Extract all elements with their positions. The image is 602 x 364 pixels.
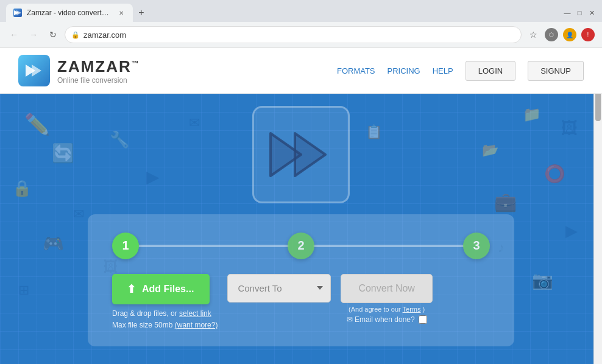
bookmark-button[interactable]: ☆ xyxy=(525,27,541,43)
menu-button[interactable]: ! xyxy=(580,27,596,43)
email-row: ✉ Email when done? xyxy=(347,315,427,324)
toolbar-icons: ☆ ⬡ 👤 ! xyxy=(525,27,596,43)
minimize-button[interactable]: — xyxy=(563,9,572,17)
convert-to-select[interactable]: Convert To xyxy=(227,274,331,303)
maximize-button[interactable]: □ xyxy=(575,9,584,17)
step-3-circle: 3 xyxy=(463,233,490,259)
bg-mail-icon: ✉ xyxy=(73,206,84,222)
step-line-1 xyxy=(138,245,289,247)
hero-section: ✏️ 🔄 🔒 🔧 ▶ ✉ 🎮 🖼 ⊞ 🖼 📁 📂 ⭕ 💼 ▶ ♪ 📷 ✉ 📋 xyxy=(0,94,602,364)
svg-marker-7 xyxy=(295,133,325,176)
page-content: ZAMZAR™ Online file conversion FORMATS P… xyxy=(0,48,602,364)
bg-play2-icon: ▶ xyxy=(565,222,578,240)
alert-icon: ! xyxy=(581,28,595,41)
bg-folder2-icon: 📂 xyxy=(482,142,498,158)
login-button[interactable]: LOGIN xyxy=(466,61,515,81)
address-bar[interactable]: 🔒 zamzar.com xyxy=(65,26,522,43)
tab-favicon xyxy=(13,9,22,17)
site-nav: ZAMZAR™ Online file conversion FORMATS P… xyxy=(0,48,602,94)
bg-pencil-icon: ✏️ xyxy=(24,112,50,136)
bg-briefcase-icon: 💼 xyxy=(494,191,517,212)
file-info: Drag & drop files, or select link Max fi… xyxy=(112,308,218,331)
site-tagline: Online file conversion xyxy=(57,76,140,85)
bg-circle-icon: ⭕ xyxy=(544,164,565,184)
browser-tab[interactable]: Zamzar - video converter, audio ✕ xyxy=(6,4,133,22)
bg-envelope-icon: ✉ xyxy=(189,115,200,131)
scrollbar-track[interactable] xyxy=(593,48,602,364)
bg-lock-icon: 🔒 xyxy=(12,179,32,198)
close-button[interactable]: ✕ xyxy=(587,9,596,17)
bg-wrench-icon: 🔧 xyxy=(110,130,129,149)
signup-button[interactable]: SIGNUP xyxy=(528,61,584,81)
step-1-circle: 1 xyxy=(112,233,139,259)
convert-now-button[interactable]: Convert Now xyxy=(341,274,432,303)
bg-play-icon: ▶ xyxy=(146,167,160,187)
title-bar: Zamzar - video converter, audio ✕ + — □ … xyxy=(0,0,602,22)
profile-icon: 👤 xyxy=(563,28,576,41)
bg-refresh-icon: 🔄 xyxy=(52,142,74,164)
extensions-button[interactable]: ⬡ xyxy=(544,27,559,43)
action-row: ⬆ Add Files... Drag & drop files, or sel… xyxy=(112,274,490,331)
logo-area: ZAMZAR™ Online file conversion xyxy=(18,55,140,86)
address-bar-row: ← → ↻ 🔒 zamzar.com ☆ ⬡ 👤 ! xyxy=(0,22,602,47)
bg-grid-icon: ⊞ xyxy=(18,282,29,298)
browser-chrome: Zamzar - video converter, audio ✕ + — □ … xyxy=(0,0,602,48)
window-controls: — □ ✕ xyxy=(563,9,596,17)
convert-to-col: Convert To xyxy=(227,274,331,303)
site-name: ZAMZAR™ xyxy=(57,57,140,76)
add-files-col: ⬆ Add Files... Drag & drop files, or sel… xyxy=(112,274,218,331)
email-checkbox[interactable] xyxy=(419,315,427,324)
extension-icon: ⬡ xyxy=(545,28,558,41)
svg-marker-3 xyxy=(32,65,41,77)
tab-close-button[interactable]: ✕ xyxy=(117,9,126,17)
bg-doc-icon: 📋 xyxy=(366,124,382,140)
tab-title: Zamzar - video converter, audio xyxy=(27,9,112,17)
center-arrows-svg xyxy=(264,124,338,185)
nav-links: FORMATS PRICING HELP LOGIN SIGNUP xyxy=(337,61,584,81)
logo-icon xyxy=(18,55,50,86)
bg-image2-icon: 🖼 xyxy=(561,118,578,138)
step-line-2 xyxy=(313,245,464,247)
logo-text: ZAMZAR™ Online file conversion xyxy=(57,57,140,85)
agree-text: (And agree to our Terms ) xyxy=(349,306,425,313)
nav-formats[interactable]: FORMATS xyxy=(337,66,375,75)
select-link[interactable]: select link xyxy=(179,309,211,318)
convert-now-col: Convert Now (And agree to our Terms ) ✉ … xyxy=(341,274,432,324)
new-tab-button[interactable]: + xyxy=(133,4,150,21)
forward-button[interactable]: → xyxy=(26,27,41,43)
add-files-button[interactable]: ⬆ Add Files... xyxy=(112,274,210,304)
terms-link[interactable]: Terms xyxy=(403,306,421,313)
lock-icon: 🔒 xyxy=(71,31,80,39)
bg-camera-icon: 📷 xyxy=(532,270,553,290)
center-logo xyxy=(252,106,350,203)
steps-row: 1 2 3 xyxy=(112,233,490,259)
url-text: zamzar.com xyxy=(83,30,515,40)
want-more-link[interactable]: (want more?) xyxy=(175,321,218,329)
refresh-button[interactable]: ↻ xyxy=(45,27,61,43)
upload-icon: ⬆ xyxy=(127,282,136,296)
profile-button[interactable]: 👤 xyxy=(562,27,578,43)
svg-marker-1 xyxy=(16,10,21,15)
conversion-widget: 1 2 3 ⬆ Add Files... xyxy=(88,214,514,346)
nav-help[interactable]: HELP xyxy=(433,66,453,75)
bg-folder-icon: 📁 xyxy=(523,106,541,123)
step-2-circle: 2 xyxy=(288,233,314,259)
back-button[interactable]: ← xyxy=(6,27,22,43)
nav-pricing[interactable]: PRICING xyxy=(388,66,420,75)
bg-gameboy-icon: 🎮 xyxy=(43,234,64,254)
